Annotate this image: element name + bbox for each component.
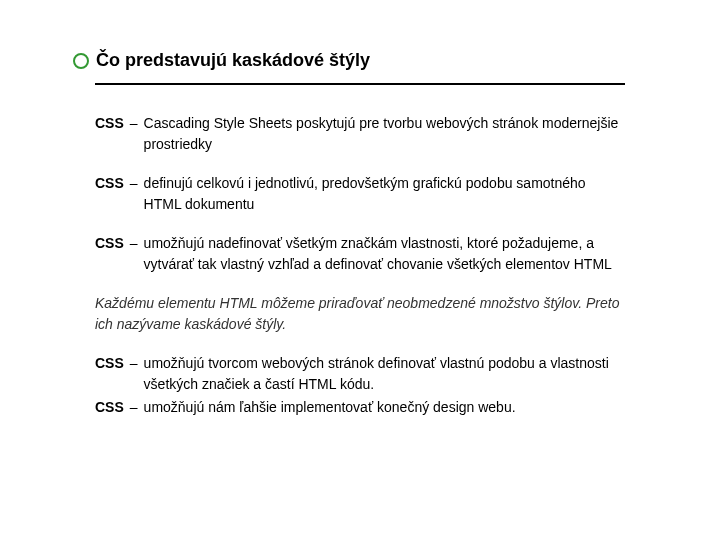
dash: –	[130, 353, 138, 395]
entry-label: CSS	[95, 397, 124, 418]
slide-content: Čo predstavujú kaskádové štýly CSS – Cas…	[0, 0, 720, 440]
dash: –	[130, 233, 138, 275]
list-item: CSS – umožňujú tvorcom webových stránok …	[95, 353, 625, 395]
entry-text: Cascading Style Sheets poskytujú pre tvo…	[144, 113, 625, 155]
entry-text: definujú celkovú i jednotlivú, predovšet…	[144, 173, 625, 215]
title-row: Čo predstavujú kaskádové štýly	[95, 50, 625, 71]
list-item: CSS – umožňujú nám ľahšie implementovať …	[95, 397, 625, 418]
slide-title: Čo predstavujú kaskádové štýly	[96, 50, 370, 71]
entry-text: umožňujú nadefinovať všetkým značkám vla…	[144, 233, 625, 275]
list-group-2: CSS – umožňujú tvorcom webových stránok …	[95, 353, 625, 418]
bullet-icon	[73, 53, 89, 69]
italic-note: Každému elementu HTML môžeme priraďovať …	[95, 293, 625, 335]
entry-label: CSS	[95, 173, 124, 215]
list-item: CSS – definujú celkovú i jednotlivú, pre…	[95, 173, 625, 215]
entry-label: CSS	[95, 113, 124, 155]
dash: –	[130, 113, 138, 155]
list-item: CSS – umožňujú nadefinovať všetkým značk…	[95, 233, 625, 275]
dash: –	[130, 173, 138, 215]
entry-label: CSS	[95, 353, 124, 395]
entry-text: umožňujú nám ľahšie implementovať konečn…	[144, 397, 625, 418]
divider	[95, 83, 625, 85]
list-item: CSS – Cascading Style Sheets poskytujú p…	[95, 113, 625, 155]
entry-label: CSS	[95, 233, 124, 275]
entry-text: umožňujú tvorcom webových stránok defino…	[144, 353, 625, 395]
dash: –	[130, 397, 138, 418]
